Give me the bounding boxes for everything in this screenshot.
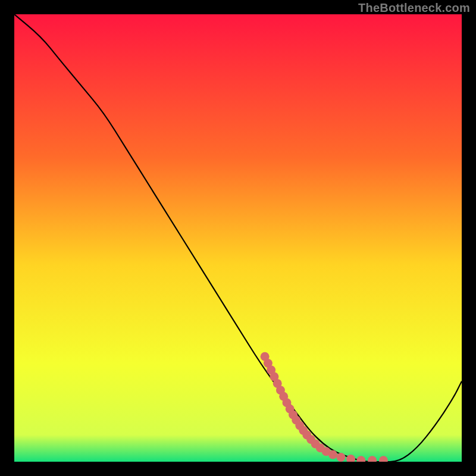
highlight-dot <box>336 453 345 462</box>
highlight-dot <box>328 450 337 459</box>
watermark-text: TheBottleneck.com <box>358 1 470 15</box>
bottleneck-chart <box>14 14 462 462</box>
heatmap-background <box>14 14 462 462</box>
chart-frame: TheBottleneck.com <box>0 0 476 476</box>
